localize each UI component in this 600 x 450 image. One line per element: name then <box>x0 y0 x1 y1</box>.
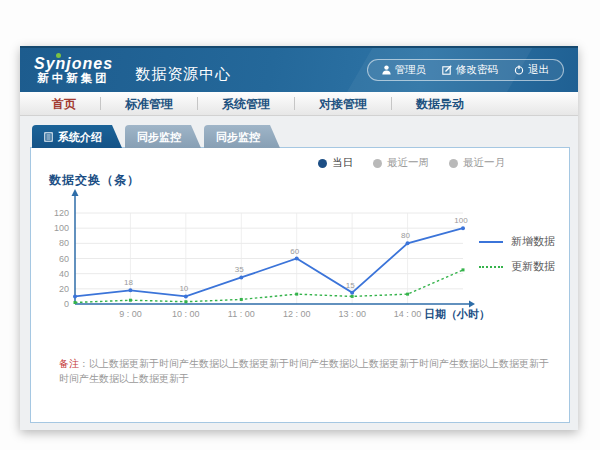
tab-sync-monitor-1[interactable]: 同步监控 <box>125 125 201 148</box>
svg-text:60: 60 <box>59 254 69 264</box>
svg-text:100: 100 <box>454 216 468 225</box>
legend-line-solid-swatch <box>479 241 503 243</box>
tab-label: 系统介绍 <box>58 126 102 148</box>
range-filter-group: 当日 最近一周 最近一月 <box>318 156 505 170</box>
nav-item-system-mgmt[interactable]: 系统管理 <box>198 92 294 116</box>
tab-label: 同步监控 <box>216 126 260 148</box>
nav-item-standard-mgmt[interactable]: 标准管理 <box>101 92 197 116</box>
svg-text:10: 10 <box>179 284 188 293</box>
svg-text:40: 40 <box>59 269 69 279</box>
change-password-button[interactable]: 修改密码 <box>442 63 498 77</box>
footer-note-body: ：以上数据更新于时间产生数据以上数据更新于时间产生数据以上数据更新于时间产生数据… <box>59 358 549 384</box>
logo-text: Synjones <box>34 55 113 73</box>
document-icon <box>44 132 53 142</box>
svg-text:100: 100 <box>54 223 69 233</box>
footer-note-prefix: 备注 <box>59 358 79 369</box>
tab-system-intro[interactable]: 系统介绍 <box>32 125 122 148</box>
tab-sync-monitor-2[interactable]: 同步监控 <box>204 125 280 148</box>
svg-text:80: 80 <box>401 231 410 240</box>
legend-item-new-data[interactable]: 新增数据 <box>479 234 555 249</box>
radio-icon <box>318 159 327 168</box>
line-chart: 0204060801001209 : 0010 : 0011 : 0012 : … <box>43 186 493 338</box>
svg-text:35: 35 <box>235 265 244 274</box>
svg-text:13 : 00: 13 : 00 <box>338 309 366 319</box>
logo: Synjones 新中新集团 <box>34 55 125 85</box>
svg-text:日期（小时）: 日期（小时） <box>424 308 490 321</box>
svg-text:0: 0 <box>64 299 69 309</box>
content-panel: 当日 最近一周 最近一月 数据交换（条） 0204060801001209 : … <box>30 147 570 423</box>
page-title: 数据资源中心 <box>135 65 231 84</box>
svg-text:9 : 00: 9 : 00 <box>119 309 142 319</box>
logo-accent-dot <box>56 53 61 58</box>
legend-item-updated-data[interactable]: 更新数据 <box>479 259 555 274</box>
app-window: Synjones 新中新集团 数据资源中心 管理员 修改密码 <box>20 46 578 430</box>
svg-text:15: 15 <box>346 281 355 290</box>
range-filter-label: 最近一月 <box>463 156 505 170</box>
nav-item-data-change[interactable]: 数据异动 <box>392 92 488 116</box>
svg-text:12 : 00: 12 : 00 <box>283 309 311 319</box>
svg-text:20: 20 <box>59 284 69 294</box>
main-nav: 首页 标准管理 系统管理 对接管理 数据异动 <box>20 92 578 116</box>
user-label: 管理员 <box>395 63 427 77</box>
nav-item-home[interactable]: 首页 <box>28 92 100 116</box>
logout-label: 退出 <box>528 63 549 77</box>
edit-icon <box>442 65 452 75</box>
svg-text:60: 60 <box>290 247 299 256</box>
logo-subtext: 新中新集团 <box>34 72 113 85</box>
change-password-label: 修改密码 <box>456 63 498 77</box>
footer-note: 备注：以上数据更新于时间产生数据以上数据更新于时间产生数据以上数据更新于时间产生… <box>59 356 555 386</box>
chart-area: 0204060801001209 : 0010 : 0011 : 0012 : … <box>43 186 493 338</box>
range-filter-month[interactable]: 最近一月 <box>449 156 505 170</box>
tab-bar: 系统介绍 同步监控 同步监控 <box>32 125 283 148</box>
radio-icon <box>449 159 458 168</box>
legend-label: 更新数据 <box>511 259 555 274</box>
tab-label: 同步监控 <box>137 126 181 148</box>
svg-text:11 : 00: 11 : 00 <box>228 309 255 319</box>
svg-text:80: 80 <box>59 238 69 248</box>
user-icon <box>382 65 391 75</box>
svg-text:10 : 00: 10 : 00 <box>172 309 200 319</box>
legend-line-dotted-swatch <box>479 266 503 268</box>
svg-text:18: 18 <box>124 278 133 287</box>
range-filter-label: 当日 <box>332 156 353 170</box>
nav-item-interface-mgmt[interactable]: 对接管理 <box>295 92 391 116</box>
svg-text:14 : 00: 14 : 00 <box>394 309 422 319</box>
logout-button[interactable]: 退出 <box>514 63 549 77</box>
range-filter-week[interactable]: 最近一周 <box>373 156 429 170</box>
range-filter-today[interactable]: 当日 <box>318 156 353 170</box>
legend-label: 新增数据 <box>511 234 555 249</box>
chart-legend: 新增数据 更新数据 <box>479 234 555 284</box>
power-icon <box>514 65 524 75</box>
range-filter-label: 最近一周 <box>387 156 429 170</box>
user-toolbar: 管理员 修改密码 退出 <box>367 59 565 81</box>
radio-icon <box>373 159 382 168</box>
user-menu[interactable]: 管理员 <box>382 63 427 77</box>
svg-text:120: 120 <box>54 208 69 218</box>
header: Synjones 新中新集团 数据资源中心 管理员 修改密码 <box>20 46 578 92</box>
